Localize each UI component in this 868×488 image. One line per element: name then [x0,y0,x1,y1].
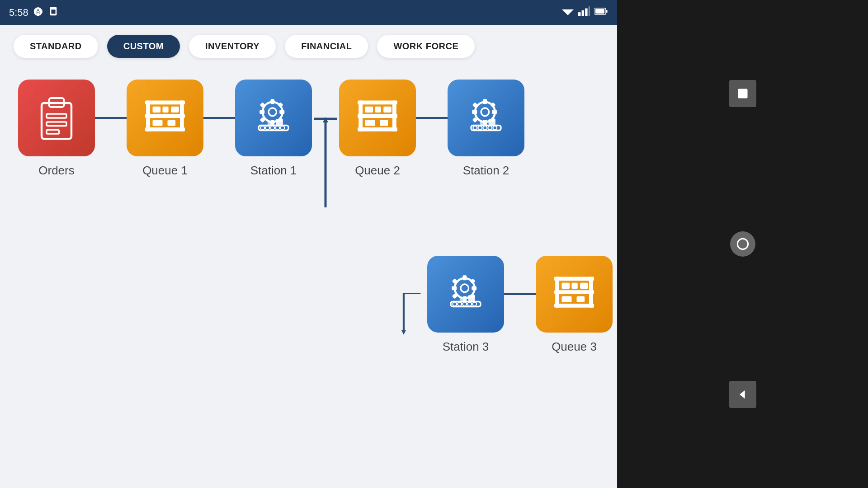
svg-point-91 [467,302,472,306]
queue3-node[interactable]: Queue 3 [536,256,613,354]
connector-h-2 [203,117,235,119]
svg-rect-73 [480,121,486,125]
station3-node[interactable]: Station 3 [427,256,504,354]
svg-rect-30 [259,110,264,114]
t-connector [314,117,337,207]
svg-marker-2 [562,9,574,15]
svg-rect-17 [145,127,185,131]
svg-rect-24 [168,120,176,126]
svg-rect-27 [270,99,274,104]
svg-rect-4 [582,10,584,16]
svg-rect-49 [359,101,363,131]
connector-h-4 [504,293,536,295]
status-bar-right [562,6,608,19]
station2-node[interactable]: Station 2 [448,80,524,178]
svg-rect-20 [153,107,161,113]
station1-label: Station 1 [250,164,297,178]
svg-rect-23 [153,120,163,126]
back-button[interactable] [729,381,756,408]
queue2-icon-box [339,80,416,156]
svg-point-70 [488,126,492,130]
svg-rect-82 [452,286,457,290]
svg-rect-50 [392,101,396,131]
svg-rect-102 [580,283,588,289]
svg-point-89 [458,302,462,306]
svg-rect-54 [365,120,375,126]
tab-custom[interactable]: CUSTOM [107,35,180,58]
station1-node[interactable]: Station 1 [235,80,312,178]
tab-standard[interactable]: STANDARD [14,35,98,58]
svg-rect-16 [145,114,185,118]
svg-rect-48 [358,127,397,131]
svg-point-39 [275,126,279,130]
svg-rect-55 [380,120,388,126]
flow-area: Orders [0,66,617,488]
svg-rect-15 [145,101,185,105]
svg-rect-21 [163,107,169,113]
wifi-icon [562,6,574,19]
battery-icon [594,6,608,19]
svg-rect-14 [47,130,59,134]
orders-node[interactable]: Orders [18,80,95,178]
svg-rect-93 [468,295,475,301]
svg-rect-103 [562,296,572,302]
sim-icon [48,6,58,19]
svg-point-106 [737,239,748,249]
svg-point-69 [483,126,487,130]
row1: Orders [18,80,524,207]
svg-point-68 [478,126,482,130]
svg-point-88 [453,302,457,306]
main-area: 5:58 🅐 [0,0,617,488]
time-display: 5:58 [9,7,28,19]
square-button[interactable] [729,80,756,107]
svg-rect-79 [462,275,467,280]
svg-rect-5 [585,8,587,16]
svg-rect-98 [555,277,559,308]
svg-rect-61 [472,110,477,114]
svg-rect-9 [595,9,604,14]
right-panel [617,0,868,488]
queue2-node[interactable]: Queue 2 [339,80,416,178]
connector-h-1 [95,117,127,119]
svg-rect-3 [578,12,580,16]
svg-rect-47 [358,114,397,118]
svg-rect-101 [572,283,578,289]
station3-label: Station 3 [443,340,489,354]
svg-rect-95 [554,277,594,281]
svg-point-57 [481,108,489,116]
queue1-node[interactable]: Queue 1 [127,80,203,178]
svg-marker-76 [401,330,406,335]
station1-icon-box [235,80,312,156]
tab-workforce[interactable]: WORK FORCE [377,35,475,58]
queue1-label: Queue 1 [142,164,188,178]
svg-rect-100 [562,283,570,289]
svg-rect-19 [180,101,184,131]
svg-rect-6 [589,6,590,16]
tab-financial[interactable]: FINANCIAL [285,35,368,58]
svg-rect-99 [589,277,593,308]
orders-label: Orders [38,164,74,178]
queue3-icon-box [536,256,613,333]
svg-rect-96 [554,290,594,294]
svg-rect-1 [51,9,55,14]
svg-rect-53 [383,107,392,113]
svg-rect-94 [460,297,466,301]
connector-h-3 [416,117,448,119]
station2-label: Station 2 [463,164,509,178]
svg-rect-58 [483,99,487,104]
svg-point-36 [260,126,264,130]
a-icon: 🅐 [34,7,43,18]
tab-inventory[interactable]: INVENTORY [189,35,276,58]
svg-point-37 [265,126,269,130]
status-bar-left: 5:58 🅐 [9,6,58,19]
svg-point-92 [472,302,476,306]
circle-button[interactable] [730,231,755,257]
svg-point-67 [473,126,477,130]
svg-point-71 [493,126,497,130]
queue2-label: Queue 2 [355,164,400,178]
svg-rect-41 [276,119,283,125]
queue1-icon-box [127,80,203,156]
svg-point-40 [280,126,284,130]
tabs-area: STANDARD CUSTOM INVENTORY FINANCIAL WORK… [0,25,617,66]
svg-rect-13 [47,122,66,126]
